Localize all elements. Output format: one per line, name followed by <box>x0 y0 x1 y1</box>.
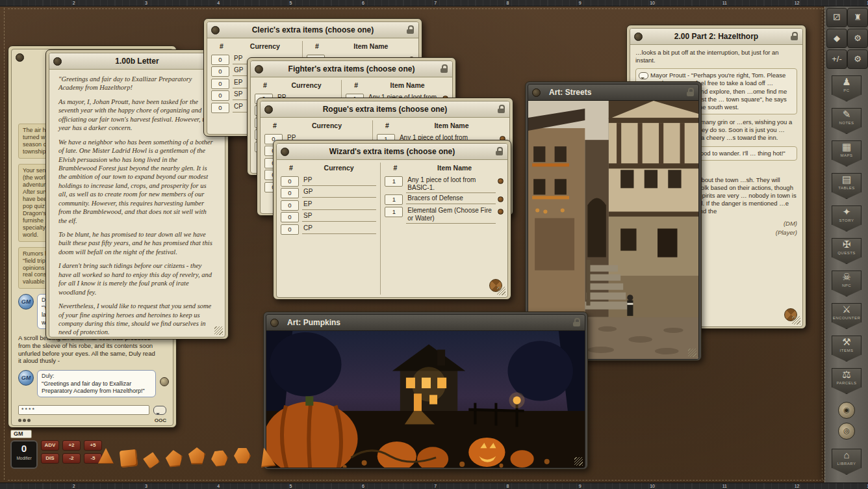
window-menu-knob[interactable] <box>53 57 62 66</box>
sidebar-item[interactable]: ☠ NPC <box>832 271 862 297</box>
toolbar-button[interactable]: ⚂ <box>826 8 847 27</box>
window-titlebar[interactable]: Fighter's extra items (choose one) <box>251 61 452 77</box>
item-link-icon[interactable] <box>498 178 504 184</box>
quantity-field[interactable]: 0 <box>211 103 229 113</box>
toolbar-button[interactable]: ◆ <box>826 29 847 48</box>
quantity-field[interactable]: 0 <box>281 212 299 222</box>
advantage-button[interactable]: ADV <box>41 440 59 451</box>
sidebar-item[interactable]: ▤ TABLES <box>832 173 862 199</box>
window-menu-knob[interactable] <box>270 319 279 327</box>
currency-label[interactable]: SP <box>302 212 376 222</box>
window-title: Art: Pumpkins <box>287 318 340 327</box>
wizard-items-window[interactable]: Wizard's extra items (choose one) #Curre… <box>273 140 511 300</box>
toolbar-button[interactable]: ♜ <box>847 8 868 27</box>
sidebar-item[interactable]: ♟ PC <box>832 75 862 101</box>
window-menu-knob[interactable] <box>211 26 220 34</box>
window-menu-knob[interactable] <box>281 148 289 156</box>
resize-grip[interactable] <box>497 287 505 295</box>
window-titlebar[interactable]: Rogue's extra items (choose one) <box>261 101 509 118</box>
chat-mode-dots[interactable] <box>18 419 31 422</box>
window-titlebar[interactable]: 1.00b Letter <box>49 53 225 70</box>
toolbar-button[interactable]: +/- <box>826 49 847 69</box>
chat-bubble-icon[interactable] <box>153 406 166 415</box>
lock-icon[interactable] <box>687 88 694 96</box>
item-name[interactable]: Bracers of Defense <box>406 194 496 204</box>
sidebar-item[interactable]: ✠ QUESTS <box>832 238 862 264</box>
window-menu-knob[interactable] <box>255 65 263 73</box>
item-name[interactable]: Any 1 piece of loot from BASIC-1. <box>406 176 496 193</box>
disadvantage-button[interactable]: DIS <box>41 453 59 464</box>
d8-die[interactable] <box>142 451 161 470</box>
sidebar-item[interactable]: ⚒ ITEMS <box>832 336 862 362</box>
resize-grip[interactable] <box>792 316 800 324</box>
window-menu-knob[interactable] <box>16 53 24 62</box>
item-link-icon[interactable] <box>498 209 504 215</box>
window-titlebar[interactable]: Wizard's extra items (choose one) <box>277 144 507 160</box>
lock-icon[interactable] <box>498 105 505 113</box>
quantity-field[interactable]: 0 <box>211 90 229 101</box>
letter-window[interactable]: 1.00b Letter "Greetings and fair day to … <box>45 49 229 339</box>
sidebar-item[interactable]: ▦ MAPS <box>832 140 862 166</box>
currency-label[interactable]: PP <box>302 176 376 186</box>
lock-icon[interactable] <box>791 32 798 40</box>
minus2-button[interactable]: -2 <box>62 453 81 464</box>
window-menu-knob[interactable] <box>264 105 273 114</box>
chat-speech-text: "Greetings and fair day to Exallizar Pre… <box>42 380 151 395</box>
resize-grip[interactable] <box>214 326 223 335</box>
ruler-number: 4 <box>183 0 255 6</box>
window-titlebar[interactable]: Art: Pumpkins <box>266 315 585 331</box>
window-menu-knob[interactable] <box>532 88 541 97</box>
quantity-field[interactable]: 0 <box>211 66 229 77</box>
sidebar-item[interactable]: ⚔ ENCOUNTER <box>832 303 862 329</box>
lock-icon[interactable] <box>440 64 448 73</box>
window-menu-knob[interactable] <box>634 33 643 41</box>
quantity-field[interactable]: 1 <box>385 207 403 217</box>
identity-label[interactable]: GM <box>10 430 32 438</box>
chat-message: GM Duly: "Greetings and fair day to Exal… <box>18 370 156 397</box>
modifier-box[interactable]: 0 Modifier <box>10 440 38 469</box>
art-pumpkins-window[interactable]: Art: Pumpkins <box>263 311 588 469</box>
d20-die[interactable] <box>211 449 229 468</box>
quantity-field[interactable]: 0 <box>211 55 229 65</box>
quantity-field[interactable]: 0 <box>281 200 299 211</box>
quantity-field[interactable]: 1 <box>385 194 403 205</box>
quantity-field[interactable]: 0 <box>211 79 229 89</box>
plus2-button[interactable]: +2 <box>62 440 81 451</box>
item-link-icon[interactable] <box>498 196 504 202</box>
window-titlebar[interactable]: Art: Streets <box>528 85 698 101</box>
resize-grip[interactable] <box>574 457 583 466</box>
lock-icon[interactable] <box>496 147 503 155</box>
currency-label[interactable]: GP <box>302 188 376 198</box>
gm-token[interactable]: GM <box>18 294 34 310</box>
d10-die[interactable] <box>165 449 184 468</box>
quantity-field[interactable]: 0 <box>281 224 299 235</box>
lock-icon[interactable] <box>407 25 414 34</box>
resize-grip[interactable] <box>688 349 696 357</box>
d6-die[interactable] <box>120 449 138 468</box>
sidebar-item[interactable]: ✦ STORY <box>832 205 862 231</box>
sidebar-item[interactable]: ⚖ PARCELS <box>832 368 862 394</box>
gm-token[interactable]: GM <box>18 370 34 386</box>
lock-icon[interactable] <box>573 318 580 326</box>
quantity-field[interactable]: 0 <box>281 188 299 198</box>
sidebar-item[interactable]: ✎ NOTES <box>832 108 862 134</box>
d4-die[interactable] <box>97 447 114 464</box>
currency-label[interactable]: CP <box>302 224 376 234</box>
ooc-button[interactable]: OOC <box>155 417 166 423</box>
sidebar-round-button[interactable]: ◎ <box>838 423 855 440</box>
window-titlebar[interactable]: Cleric's extra items (choose one) <box>207 22 418 38</box>
currency-label[interactable]: EP <box>302 200 376 210</box>
quantity-field[interactable]: 0 <box>281 176 299 187</box>
dice-pointer-die[interactable] <box>256 447 277 468</box>
toolbar-button[interactable]: ⚙ <box>847 29 868 48</box>
d12-die[interactable] <box>188 447 205 464</box>
sidebar-item-library[interactable]: ⌂ LIBRARY <box>832 449 862 475</box>
chat-scroll-down-knob[interactable] <box>160 377 169 386</box>
item-name[interactable]: Elemental Gem (Choose Fire or Water) <box>406 207 496 224</box>
d100-die[interactable] <box>234 447 251 464</box>
sidebar-round-button[interactable]: ◉ <box>838 402 855 419</box>
chat-input[interactable]: **** <box>18 405 149 415</box>
window-titlebar[interactable]: 2.00 Part 2: Hazelthorp <box>630 29 802 45</box>
toolbar-button[interactable]: ⚙ <box>847 49 868 69</box>
quantity-field[interactable]: 1 <box>385 176 403 187</box>
